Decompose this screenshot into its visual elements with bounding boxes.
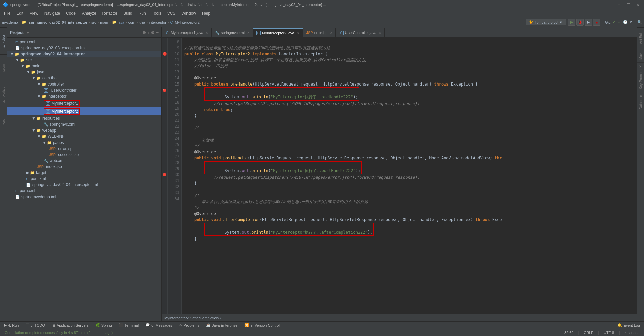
tree-interceptor-iml[interactable]: 📄 springmvc_day02_04_interceptor.iml: [7, 182, 161, 188]
git-check2[interactable]: ✓: [618, 20, 621, 24]
tree-main[interactable]: ▼ 📁 main: [7, 63, 161, 69]
tree-controller[interactable]: ▼ 📁 controller: [7, 81, 161, 87]
right-maven[interactable]: Maven: [637, 47, 644, 62]
stop-button[interactable]: ■: [593, 19, 600, 26]
tomcat-selector[interactable]: 🐈 Tomcat 8.0.53 ▼: [526, 19, 566, 25]
run-tab[interactable]: ▶ 4: Run: [1, 322, 21, 328]
git-history[interactable]: 🕐: [623, 20, 628, 24]
debug-button[interactable]: 🐞: [576, 19, 584, 26]
panel-locate-icon[interactable]: ⊕: [142, 30, 146, 35]
crlf-status[interactable]: CRLF: [582, 330, 595, 335]
bc-mvcdemo[interactable]: mvcdemo: [2, 20, 18, 24]
tab-close-2[interactable]: ×: [297, 31, 299, 35]
menu-help[interactable]: Help: [199, 10, 213, 16]
tab-close-xml[interactable]: ×: [247, 31, 249, 35]
tree-interceptor-module[interactable]: ▼ 📁 springmvc_day02_04_interceptor: [7, 51, 161, 57]
menu-code[interactable]: Code: [63, 10, 78, 16]
tab-springmvc-xml[interactable]: 🔧 springmvc.xml ×: [212, 28, 253, 37]
charset-status[interactable]: UTF-8: [602, 330, 616, 335]
tree-springmvc-xml[interactable]: 🔧 springmvc.xml: [7, 121, 161, 127]
bc-main[interactable]: main: [100, 20, 108, 24]
menu-navigate[interactable]: Navigate: [42, 10, 63, 16]
tab-error-jsp[interactable]: JSP error.jsp ×: [303, 28, 336, 37]
bc-java[interactable]: 📁 java: [112, 20, 124, 24]
bc-src[interactable]: src: [91, 20, 96, 24]
bc-module[interactable]: 📁springmvc_day02_04_interceptor: [22, 20, 87, 24]
sidebar-web-tab[interactable]: Web: [0, 108, 7, 135]
panel-close-icon[interactable]: −: [156, 30, 159, 35]
bc-tho[interactable]: tho: [139, 20, 145, 24]
tree-error-jsp[interactable]: JSP error.jsp: [7, 146, 161, 152]
tree-usercontroller[interactable]: C UserController: [7, 87, 161, 93]
menu-vcs[interactable]: VCS: [165, 10, 178, 16]
app-servers-tab[interactable]: 🖥 Application Servers: [49, 323, 91, 328]
tab-interceptor1[interactable]: C MyInterceptor1.java ×: [162, 28, 212, 37]
problems-tab[interactable]: ⚠ Problems: [176, 322, 202, 328]
tab-close-1[interactable]: ×: [206, 31, 208, 35]
tree-com-tho[interactable]: ▼ 📁 com.tho: [7, 75, 161, 81]
panel-scroll-icon[interactable]: ↕: [147, 30, 150, 35]
tree-pom-xml-3[interactable]: m pom.xml: [7, 188, 161, 194]
tree-webapp[interactable]: ▼ 📁 webapp: [7, 127, 161, 133]
sidebar-learn-tab[interactable]: Learn: [0, 54, 7, 81]
tree-interceptor-folder[interactable]: ▼ 📁 interceptor: [7, 93, 161, 99]
java-enterprise-icon: ☕: [206, 323, 211, 327]
tab-usercontroller[interactable]: C UserController.java ×: [336, 28, 385, 37]
git-rollback[interactable]: ↺: [630, 20, 633, 24]
tree-exception-iml[interactable]: 📄 springmvc_day02_03_exception.iml: [7, 45, 161, 51]
menu-tools[interactable]: Tools: [149, 10, 164, 16]
menu-build[interactable]: Build: [121, 10, 135, 16]
tree-pom-xml-top[interactable]: m pom.xml: [7, 39, 161, 45]
tree-resources[interactable]: ▼ 📁 resources: [7, 115, 161, 121]
tree-index-jsp[interactable]: JSP index.jsp: [7, 164, 161, 170]
bc-class[interactable]: CMyInterceptor2: [170, 20, 200, 24]
run-button[interactable]: ▶: [568, 19, 575, 26]
run-with-coverage[interactable]: ▶̲: [585, 19, 592, 26]
tree-target[interactable]: ▶ 📁 target: [7, 170, 161, 176]
bc-interceptor[interactable]: interceptor: [149, 20, 166, 24]
terminal-tab[interactable]: ⬛ Terminal: [116, 322, 142, 328]
menu-run[interactable]: Run: [136, 10, 149, 16]
tree-myinterceptor1[interactable]: C MyInterceptor1: [7, 99, 161, 107]
tab-close-4[interactable]: ×: [379, 31, 381, 35]
right-ant-build[interactable]: Ant Build: [637, 27, 644, 47]
menu-view[interactable]: View: [27, 10, 41, 16]
todo-tab[interactable]: ☰ 6: TODO: [23, 322, 48, 328]
menu-window[interactable]: Window: [179, 10, 199, 16]
tree-src[interactable]: ▼ 📁 src: [7, 57, 161, 63]
tree-java[interactable]: ▼ 📁 java: [7, 69, 161, 75]
menu-analyze[interactable]: Analyze: [79, 10, 99, 16]
tab-close-3[interactable]: ×: [330, 31, 332, 35]
pom-icon: m: [15, 40, 18, 44]
maximize-button[interactable]: □: [625, 2, 632, 7]
spaces-status[interactable]: 4 spaces: [623, 330, 641, 335]
search-everywhere[interactable]: 🔍: [637, 20, 642, 24]
messages-tab[interactable]: 💬 0: Messages: [143, 322, 175, 328]
sidebar-project-tab[interactable]: 1: Project: [0, 27, 7, 54]
version-control-tab[interactable]: 🔀 9: Version Control: [241, 322, 282, 328]
menu-edit[interactable]: Edit: [14, 10, 26, 16]
tree-springmvcdemo-iml[interactable]: 📄 springmvcdemo.iml: [7, 194, 161, 200]
right-key-promoter[interactable]: Key Promoter X: [637, 62, 644, 92]
tree-pom-xml-2[interactable]: m pom.xml: [7, 176, 161, 182]
bc-com[interactable]: com: [128, 20, 136, 24]
java-enterprise-tab[interactable]: ☕ Java Enterprise: [203, 322, 240, 328]
tree-webinf[interactable]: ▼ 📁 WEB-INF: [7, 133, 161, 139]
right-database[interactable]: Database: [637, 92, 644, 112]
tree-pages[interactable]: ▼ 📁 pages: [7, 139, 161, 146]
line-col-status[interactable]: 32:69: [562, 330, 576, 335]
minimize-button[interactable]: −: [615, 2, 622, 7]
tree-web-xml[interactable]: 🔧 web.xml: [7, 158, 161, 164]
git-check[interactable]: ✓: [613, 20, 616, 24]
panel-settings-icon[interactable]: ⚙: [151, 30, 155, 35]
menu-file[interactable]: File: [1, 10, 13, 16]
tree-myinterceptor2[interactable]: C MyInterceptor2: [7, 107, 161, 115]
tree-success-jsp[interactable]: JSP success.jsp: [7, 152, 161, 158]
close-button[interactable]: ×: [635, 2, 641, 7]
code-content[interactable]: //实现接口没提示重写方法的原因是因为JDK8的新特性,接口可以有直接实现方法 …: [182, 38, 637, 314]
sidebar-favorites-tab[interactable]: 2: Favorites: [0, 81, 7, 108]
tab-interceptor2[interactable]: C MyInterceptor2.java ×: [253, 28, 303, 37]
menu-refactor[interactable]: Refactor: [100, 10, 120, 16]
spring-tab[interactable]: 🌿 Spring: [93, 322, 115, 328]
event-log-tab[interactable]: 🔔 Event Log: [614, 322, 643, 328]
